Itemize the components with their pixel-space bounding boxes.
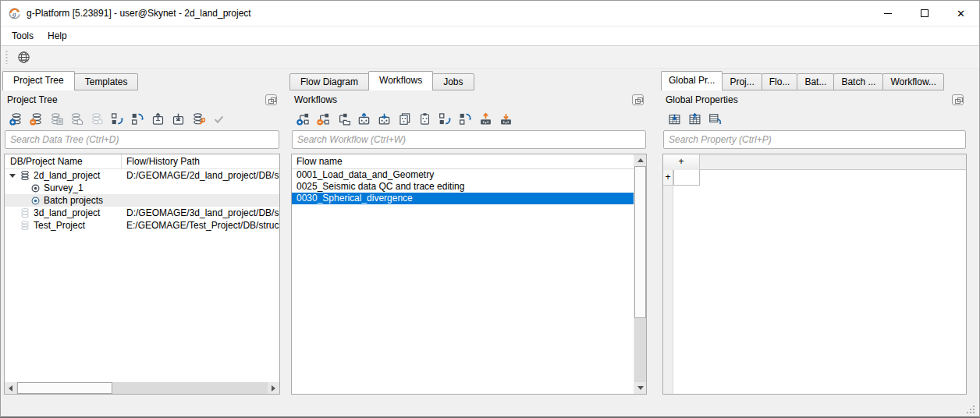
workflow-remove-icon[interactable]	[315, 111, 331, 126]
scroll-up-button[interactable]	[634, 154, 646, 166]
column-header-flow-history-path[interactable]: Flow/History Path	[122, 154, 279, 168]
property-refresh-icon[interactable]	[707, 111, 723, 126]
workflow-list-item[interactable]: 0001_Load_data_and_Geometry	[292, 169, 634, 181]
tab-project-tree[interactable]: Project Tree	[2, 71, 75, 90]
database-duplicate-icon[interactable]	[69, 111, 84, 126]
project-tree-panel-title: Project Tree	[4, 90, 280, 108]
workflow-reload-icon[interactable]	[457, 111, 473, 126]
middle-tabbar: Flow Diagram Workflows Jobs	[289, 71, 647, 90]
tree-row[interactable]: Survey_1	[5, 182, 279, 194]
tree-item-label: Test_Project	[34, 220, 85, 231]
workflow-refresh-icon[interactable]	[437, 111, 453, 126]
database-list-icon[interactable]	[48, 111, 64, 126]
workflow-export-icon[interactable]	[356, 111, 371, 126]
workflow-upload-icon[interactable]	[478, 111, 493, 126]
svg-text:g: g	[12, 9, 16, 17]
flow-name-header[interactable]: Flow name	[292, 154, 634, 169]
workflow-list-item[interactable]: 0025_Seismic data QC and trace editing	[292, 181, 634, 193]
workflow-download-icon[interactable]	[498, 111, 513, 126]
tree-path-cell: D:/GEOMAGE/2d_land_project/DB/stru	[122, 169, 279, 182]
tab-project[interactable]: Proj...	[722, 73, 762, 90]
workflow-paste-icon[interactable]	[417, 111, 432, 126]
tab-workflow-props[interactable]: Workflow...	[882, 73, 943, 90]
search-workflow-input[interactable]	[292, 130, 646, 149]
tree-row[interactable]: 3d_land_project D:/GEOMAGE/3d_land_proje…	[5, 207, 279, 219]
scroll-right-button[interactable]	[268, 382, 279, 394]
batch-radio-icon	[30, 196, 41, 206]
property-export-icon[interactable]	[687, 111, 702, 126]
tab-jobs[interactable]: Jobs	[432, 73, 474, 90]
tree-row[interactable]: 2d_land_project D:/GEOMAGE/2d_land_proje…	[5, 169, 279, 182]
global-properties-panel-title: Global Properties	[662, 90, 967, 108]
project-import-icon[interactable]	[170, 111, 186, 126]
project-export-icon[interactable]	[150, 111, 165, 126]
workflows-title-label: Workflows	[294, 94, 337, 105]
project-tree-title-label: Project Tree	[7, 94, 58, 105]
tab-batch-2[interactable]: Batch ...	[833, 73, 883, 90]
tree-item-label: Batch projects	[44, 195, 103, 206]
minimize-icon	[884, 13, 892, 14]
tab-batch[interactable]: Bat...	[797, 73, 834, 90]
database-tools-icon[interactable]	[190, 111, 206, 126]
add-column-button[interactable]: +	[663, 154, 700, 170]
scrollbar-thumb[interactable]	[634, 166, 646, 318]
search-data-tree-input[interactable]	[5, 130, 279, 149]
expand-caret-icon[interactable]	[7, 174, 18, 178]
float-panel-icon[interactable]	[265, 94, 277, 105]
workflows-toolbar	[291, 108, 647, 129]
project-tree-panel: Project Tree	[2, 90, 280, 395]
tree-row[interactable]: Test_Project E:/GEOMAGE/Test_Project/DB/…	[5, 219, 279, 232]
project-tree-toolbar	[4, 108, 280, 129]
scroll-left-button[interactable]	[5, 382, 16, 394]
globe-icon[interactable]	[13, 48, 34, 66]
tree-name-cell: 3d_land_project	[5, 207, 122, 219]
resize-grip-icon[interactable]	[966, 405, 975, 413]
left-tabbar: Project Tree Templates	[2, 71, 280, 90]
tab-flow[interactable]: Flo...	[762, 73, 798, 90]
workflow-add-icon[interactable]	[295, 111, 311, 126]
database-add-icon[interactable]	[8, 111, 23, 126]
tree-row[interactable]: Batch projects	[5, 194, 279, 207]
float-panel-icon[interactable]	[952, 94, 964, 105]
tree-item-label: 3d_land_project	[34, 207, 100, 218]
middle-dock: Flow Diagram Workflows Jobs Workflows	[289, 71, 647, 395]
database-remove-icon[interactable]	[28, 111, 44, 126]
scrollbar-track[interactable]	[634, 318, 646, 382]
apply-check-icon[interactable]	[211, 111, 226, 126]
database-close-icon[interactable]	[89, 111, 105, 126]
toolbar-drag-handle[interactable]	[5, 50, 9, 64]
minimize-button[interactable]	[869, 1, 906, 26]
maximize-icon	[921, 9, 929, 17]
tab-workflows[interactable]: Workflows	[368, 71, 433, 90]
close-button[interactable]: ✕	[943, 1, 979, 26]
tree-item-label: Survey_1	[44, 182, 83, 193]
horizontal-scrollbar[interactable]	[5, 382, 279, 394]
database-open-icon	[20, 170, 30, 181]
vertical-scrollbar[interactable]	[634, 154, 646, 394]
menu-help[interactable]: Help	[41, 27, 74, 45]
workflow-copy-icon[interactable]	[396, 111, 412, 126]
add-row-button[interactable]: +	[663, 170, 673, 186]
window-title: g-Platform [5.23891] - user@Skynet - 2d_…	[27, 8, 251, 19]
property-import-icon[interactable]	[666, 111, 682, 126]
tab-global-properties[interactable]: Global Pr...	[661, 71, 723, 90]
workflow-list-item-selected[interactable]: 0030_Spherical_divergence	[292, 193, 634, 204]
tree-name-cell: Test_Project	[5, 219, 122, 232]
column-header-db-project-name[interactable]: DB/Project Name	[5, 154, 122, 168]
scrollbar-thumb[interactable]	[17, 382, 112, 394]
tab-flow-diagram[interactable]: Flow Diagram	[289, 73, 369, 90]
workflow-duplicate-icon[interactable]	[336, 111, 351, 126]
property-grid-cell[interactable]	[673, 170, 700, 186]
tree-name-cell: Survey_1	[5, 182, 122, 194]
tab-templates[interactable]: Templates	[74, 73, 139, 90]
scroll-down-button[interactable]	[634, 382, 646, 394]
maximize-button[interactable]	[906, 1, 943, 26]
refresh-all-icon[interactable]	[130, 111, 145, 126]
workflow-import-icon[interactable]	[376, 111, 392, 126]
menu-tools[interactable]: Tools	[5, 27, 41, 45]
refresh-item-icon[interactable]	[109, 111, 125, 126]
float-panel-icon[interactable]	[632, 94, 644, 105]
search-property-input[interactable]	[663, 130, 966, 149]
tree-item-label: 2d_land_project	[34, 170, 100, 181]
left-dock: Project Tree Templates Project Tree	[2, 71, 280, 395]
